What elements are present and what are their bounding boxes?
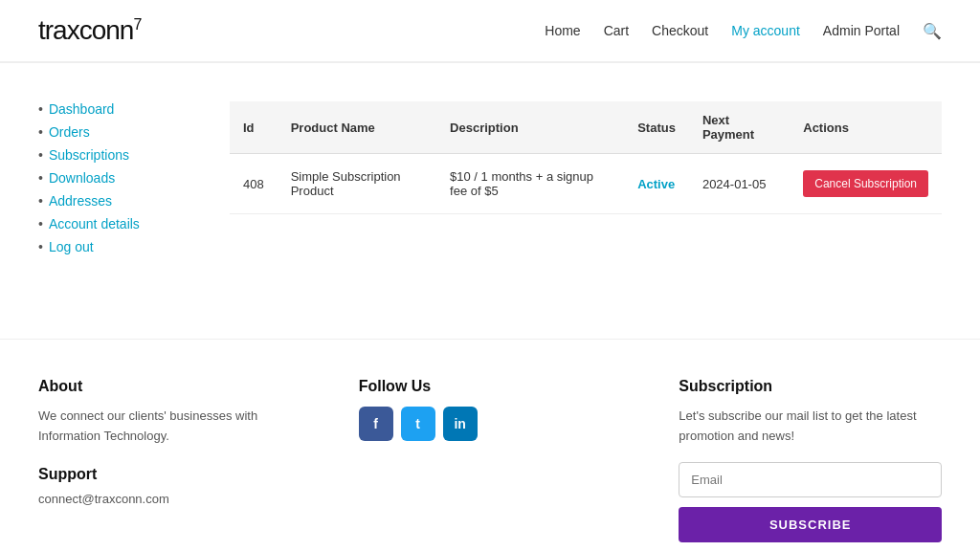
header: traxconn7 Home Cart Checkout My account … (0, 0, 980, 62)
col-id: Id (230, 101, 278, 154)
subscription-text: Let's subscribe our mail list to get the… (679, 407, 942, 447)
sidebar-item-account-details[interactable]: Account details (38, 216, 191, 231)
email-input[interactable] (679, 462, 942, 497)
col-description: Description (436, 101, 624, 154)
nav-admin-portal[interactable]: Admin Portal (823, 23, 900, 38)
subscription-title: Subscription (679, 378, 942, 395)
logo: traxconn7 (38, 15, 141, 46)
nav-my-account[interactable]: My account (731, 23, 800, 38)
sidebar-item-dashboard[interactable]: Dashboard (38, 101, 191, 117)
sidebar-nav: Dashboard Orders Subscriptions Downloads… (38, 101, 191, 254)
footer-grid: About We connect our clients' businesses… (38, 378, 942, 542)
cell-description: $10 / 1 months + a signup fee of $5 (436, 154, 624, 214)
twitter-button[interactable]: t (401, 407, 435, 441)
subscribe-button[interactable]: SUBSCRIBE (679, 507, 942, 542)
support-title: Support (38, 466, 301, 483)
nav-checkout[interactable]: Checkout (652, 23, 708, 38)
col-next-payment: Next Payment (689, 101, 790, 154)
cancel-subscription-button[interactable]: Cancel Subscription (803, 170, 928, 197)
linkedin-button[interactable]: in (443, 407, 478, 441)
col-actions: Actions (790, 101, 942, 154)
main-nav: Home Cart Checkout My account Admin Port… (545, 22, 942, 40)
facebook-button[interactable]: f (359, 407, 393, 441)
sidebar-item-orders[interactable]: Orders (38, 124, 191, 140)
search-icon[interactable]: 🔍 (923, 22, 942, 40)
sidebar-item-subscriptions[interactable]: Subscriptions (38, 147, 191, 163)
support-email[interactable]: connect@traxconn.com (38, 492, 169, 506)
subscriptions-table: Id Product Name Description Status Next … (230, 101, 942, 214)
cell-actions: Cancel Subscription (790, 154, 942, 214)
social-icons: f t in (359, 407, 622, 441)
nav-cart[interactable]: Cart (604, 23, 629, 38)
nav-home[interactable]: Home (545, 23, 580, 38)
status-badge: Active (637, 177, 675, 191)
sidebar: Dashboard Orders Subscriptions Downloads… (38, 101, 191, 262)
footer: About We connect our clients' businesses… (0, 339, 980, 551)
table-row: 408 Simple Subscription Product $10 / 1 … (230, 154, 942, 214)
subscriptions-table-area: Id Product Name Description Status Next … (230, 101, 942, 262)
cell-product-name: Simple Subscription Product (278, 154, 436, 214)
about-title: About (38, 378, 301, 395)
cell-status: Active (624, 154, 689, 214)
main-content: Dashboard Orders Subscriptions Downloads… (0, 63, 980, 300)
footer-follow-col: Follow Us f t in (359, 378, 622, 542)
logo-sup: 7 (133, 16, 141, 33)
sidebar-item-logout[interactable]: Log out (38, 239, 191, 254)
footer-about-col: About We connect our clients' businesses… (38, 378, 301, 542)
sidebar-item-downloads[interactable]: Downloads (38, 170, 191, 186)
follow-title: Follow Us (359, 378, 622, 395)
col-product-name: Product Name (278, 101, 436, 154)
about-text: We connect our clients' businesses with … (38, 407, 301, 447)
footer-subscription-col: Subscription Let's subscribe our mail li… (679, 378, 942, 542)
cell-id: 408 (230, 154, 278, 214)
logo-text: traxconn (38, 15, 133, 45)
cell-next-payment: 2024-01-05 (689, 154, 790, 214)
sidebar-item-addresses[interactable]: Addresses (38, 193, 191, 209)
col-status: Status (624, 101, 689, 154)
table-header-row: Id Product Name Description Status Next … (230, 101, 942, 154)
footer-support: Support connect@traxconn.com (38, 466, 301, 506)
